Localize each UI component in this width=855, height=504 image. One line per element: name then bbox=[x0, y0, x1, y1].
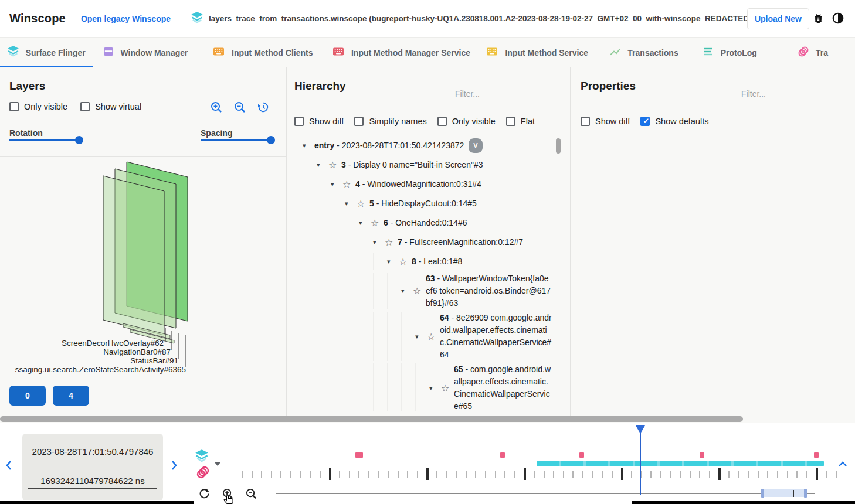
tree-node-64[interactable]: ▾☆64 - 8e26909 com.google.android.wallpa… bbox=[294, 311, 556, 362]
zoom-in-button[interactable] bbox=[210, 101, 223, 115]
tree-node-5[interactable]: ▾☆5 - HideDisplayCutout:0:14#5 bbox=[294, 194, 556, 213]
zoom-range-handle-left[interactable] bbox=[761, 489, 764, 498]
checkbox-unchecked[interactable] bbox=[80, 102, 90, 111]
checkbox-unchecked[interactable] bbox=[506, 117, 515, 126]
collapse-timeline-button[interactable] bbox=[837, 461, 848, 469]
spacing-slider-thumb[interactable] bbox=[267, 136, 275, 144]
hierarchy-checkbox-show-diff[interactable]: Show diff bbox=[294, 117, 344, 126]
checkbox-unchecked[interactable] bbox=[294, 117, 304, 126]
pin-star-icon[interactable]: ☆ bbox=[385, 237, 398, 248]
collapse-arrow-icon[interactable]: ▾ bbox=[401, 287, 413, 295]
layers-3d-scene[interactable]: ScreenDecorHwcOverlay#62 NavigationBar0#… bbox=[0, 157, 286, 379]
checkbox-unchecked[interactable] bbox=[581, 117, 590, 126]
pin-star-icon[interactable]: ☆ bbox=[399, 256, 412, 267]
display-id-button-4[interactable]: 4 bbox=[53, 386, 89, 406]
zoom-range-selection[interactable] bbox=[762, 489, 806, 497]
checkbox-unchecked[interactable] bbox=[437, 117, 447, 126]
report-bug-button[interactable] bbox=[812, 12, 825, 26]
collapse-arrow-icon[interactable]: ▾ bbox=[317, 161, 328, 169]
zoom-out-button[interactable] bbox=[233, 101, 246, 115]
tab-window-manager[interactable]: Window Manager bbox=[93, 38, 198, 67]
layers-checkbox-only-visible[interactable]: Only visible bbox=[9, 102, 67, 111]
transition-marker[interactable] bbox=[700, 452, 704, 458]
timeline-cursor-handle[interactable] bbox=[636, 425, 645, 434]
ruler-tick bbox=[544, 471, 545, 478]
display-id-button-0[interactable]: 0 bbox=[9, 386, 46, 406]
hierarchy-checkbox-only-visible[interactable]: Only visible bbox=[437, 117, 496, 126]
tab-input-method-manager-service[interactable]: Input Method Manager Service bbox=[327, 38, 475, 67]
timeline-zoom-out-button[interactable] bbox=[245, 488, 257, 502]
tree-node-3[interactable]: ▾☆3 - Display 0 name="Built-in Screen"#3 bbox=[294, 155, 556, 175]
reset-view-button[interactable] bbox=[257, 101, 270, 115]
rotation-slider[interactable] bbox=[9, 136, 82, 144]
hierarchy-filter-input[interactable] bbox=[454, 87, 562, 101]
checkbox-checked[interactable] bbox=[640, 117, 650, 126]
tab-transactions[interactable]: Transactions bbox=[599, 38, 689, 67]
pin-star-icon[interactable]: ☆ bbox=[427, 331, 440, 342]
pin-star-icon[interactable]: ☆ bbox=[371, 217, 384, 229]
pin-star-icon[interactable]: ☆ bbox=[342, 179, 355, 190]
circles-icon bbox=[798, 46, 809, 60]
tree-guide bbox=[387, 312, 401, 361]
theme-toggle-button[interactable] bbox=[832, 12, 844, 26]
transitions-trace-toggle[interactable] bbox=[196, 465, 210, 481]
pin-star-icon[interactable]: ☆ bbox=[357, 198, 369, 209]
properties-checkbox-show-diff[interactable]: Show diff bbox=[581, 117, 630, 126]
zoom-range-line[interactable] bbox=[276, 493, 815, 494]
checkbox-unchecked[interactable] bbox=[354, 117, 364, 126]
prev-entry-button[interactable] bbox=[5, 459, 13, 473]
rotation-slider-thumb[interactable] bbox=[75, 136, 83, 144]
trace-active-range-bar[interactable] bbox=[537, 461, 824, 466]
ruler-tick bbox=[475, 471, 476, 478]
tree-node-8[interactable]: ▾☆8 - Leaf:0:1#8 bbox=[294, 252, 556, 271]
human-timestamp-input[interactable] bbox=[28, 444, 157, 459]
timeline-horizontal-scrollbar[interactable] bbox=[0, 416, 743, 422]
spacing-slider[interactable] bbox=[201, 136, 274, 144]
checkbox-unchecked[interactable] bbox=[9, 102, 19, 111]
tree-node-65[interactable]: ▾☆65 - com.google.android.wallpaper.effe… bbox=[294, 362, 556, 411]
timeline-reset-zoom-button[interactable] bbox=[198, 488, 211, 502]
hierarchy-checkbox-simplify-names[interactable]: Simplify names bbox=[354, 117, 426, 126]
layers-trace-toggle[interactable] bbox=[195, 449, 209, 465]
tab-surface-flinger[interactable]: Surface Flinger bbox=[0, 38, 93, 67]
collapse-arrow-icon[interactable]: ▾ bbox=[429, 384, 441, 392]
ns-timestamp-input[interactable] bbox=[28, 474, 157, 489]
zoom-range-handle-right[interactable] bbox=[804, 489, 807, 498]
ruler-tick bbox=[758, 471, 759, 478]
collapse-arrow-icon[interactable]: ▾ bbox=[373, 239, 385, 246]
tab-tra[interactable]: Tra bbox=[771, 38, 855, 67]
tree-node-63[interactable]: ▾☆63 - WallpaperWindowToken{fa0eef6 toke… bbox=[294, 271, 556, 311]
collapse-arrow-icon[interactable]: ▾ bbox=[345, 200, 357, 207]
tab-input-method-service[interactable]: Input Method Service bbox=[475, 38, 599, 67]
collapse-arrow-icon[interactable]: ▾ bbox=[359, 219, 371, 227]
pin-star-icon[interactable]: ☆ bbox=[328, 159, 341, 171]
tab-input-method-clients[interactable]: Input Method Clients bbox=[198, 38, 328, 67]
tree-node-4[interactable]: ▾☆4 - WindowedMagnification:0:31#4 bbox=[294, 175, 556, 194]
transition-marker[interactable] bbox=[500, 452, 505, 458]
hierarchy-checkbox-flat[interactable]: Flat bbox=[506, 117, 535, 126]
tree-guide bbox=[317, 312, 331, 361]
tree-node-entry[interactable]: ▾entry - 2023-08-28T17:01:50.421423872V bbox=[294, 136, 556, 155]
open-legacy-link[interactable]: Open legacy Winscope bbox=[81, 14, 171, 23]
transition-marker[interactable] bbox=[814, 452, 819, 458]
properties-checkbox-show-defaults[interactable]: Show defaults bbox=[640, 117, 708, 126]
collapse-arrow-icon[interactable]: ▾ bbox=[303, 142, 314, 149]
hierarchy-scrollbar[interactable] bbox=[556, 138, 561, 154]
ruler-tick bbox=[592, 471, 593, 478]
layer-rect-front[interactable] bbox=[103, 176, 164, 335]
properties-filter-input[interactable] bbox=[740, 87, 848, 101]
layers-checkbox-show-virtual[interactable]: Show virtual bbox=[80, 102, 141, 111]
tree-node-7[interactable]: ▾☆7 - FullscreenMagnification:0:12#7 bbox=[294, 233, 556, 252]
collapse-arrow-icon[interactable]: ▾ bbox=[415, 333, 427, 340]
pin-star-icon[interactable]: ☆ bbox=[441, 383, 454, 394]
transition-marker[interactable] bbox=[579, 452, 584, 458]
collapse-arrow-icon[interactable]: ▾ bbox=[387, 258, 399, 265]
trace-dropdown-caret-icon[interactable] bbox=[215, 462, 220, 466]
upload-new-button[interactable]: Upload New bbox=[747, 8, 809, 29]
tab-protolog[interactable]: ProtoLog bbox=[689, 38, 771, 67]
transition-marker[interactable] bbox=[355, 452, 363, 458]
collapse-arrow-icon[interactable]: ▾ bbox=[331, 181, 342, 188]
pin-star-icon[interactable]: ☆ bbox=[413, 285, 426, 297]
tree-node-6[interactable]: ▾☆6 - OneHanded:0:14#6 bbox=[294, 213, 556, 233]
next-entry-button[interactable] bbox=[170, 459, 178, 473]
